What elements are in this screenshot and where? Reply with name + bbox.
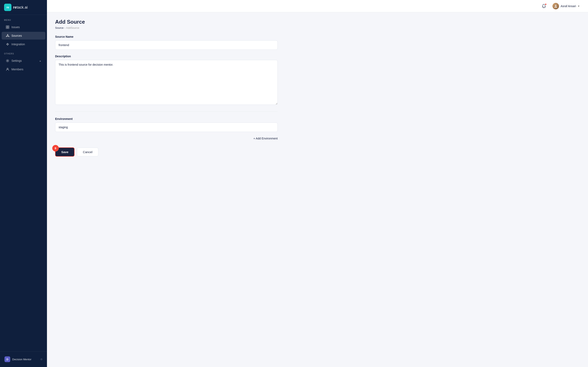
breadcrumb-separator: › [64, 26, 65, 29]
description-label: Description [55, 55, 580, 58]
sidebar-item-integration[interactable]: Integration [2, 40, 45, 48]
workspace-avatar: D [4, 356, 10, 362]
breadcrumb-current: AddSource [66, 26, 79, 29]
svg-rect-1 [8, 26, 9, 27]
breadcrumb: Source › AddSource [55, 26, 580, 29]
source-name-label: Source Name [55, 35, 580, 38]
sidebar-item-issues[interactable]: Issues [2, 23, 45, 31]
settings-icon [6, 59, 9, 63]
avatar [553, 3, 559, 9]
description-textarea[interactable]: This is frontend source for decision men… [55, 60, 278, 105]
logo-icon: re [4, 4, 11, 11]
notification-badge [545, 3, 547, 5]
svg-rect-2 [6, 27, 7, 29]
workspace-name: Decision Mentor [12, 358, 31, 361]
sidebar-item-label-issues: Issues [11, 25, 20, 29]
svg-point-14 [555, 5, 557, 6]
sidebar-item-settings[interactable]: Settings ▲ [2, 57, 45, 65]
source-name-group: Source Name [55, 35, 580, 50]
svg-rect-3 [8, 27, 9, 29]
issues-icon [6, 25, 9, 29]
description-group: Description This is frontend source for … [55, 55, 580, 106]
cancel-button[interactable]: Cancel [77, 148, 98, 156]
sidebar: re retack.ai MENU Issues [0, 0, 47, 367]
environment-label: Environment [55, 117, 580, 120]
logo-text: retack.ai [13, 5, 28, 9]
svg-line-9 [8, 36, 9, 36]
topbar: Asraf Ansari ▼ [47, 0, 588, 12]
sidebar-item-label-integration: Integration [11, 43, 25, 46]
environment-input[interactable] [55, 123, 278, 132]
user-chevron-icon: ▼ [578, 5, 580, 7]
menu-section-label: MENU [0, 15, 47, 23]
workspace-item[interactable]: D Decision Mentor ⊙ [2, 355, 44, 364]
integration-icon [6, 42, 9, 46]
workspace-expand-icon: ⊙ [40, 358, 43, 361]
others-section-label: OTHERS [0, 49, 47, 57]
user-info[interactable]: Asraf Ansari ▼ [551, 2, 581, 10]
page-title: Add Source [55, 19, 580, 25]
members-icon [6, 67, 9, 71]
content-area: Add Source Source › AddSource Source Nam… [47, 12, 588, 367]
svg-rect-0 [6, 26, 7, 27]
environment-group: Environment [55, 117, 580, 132]
sidebar-bottom: D Decision Mentor ⊙ [0, 351, 47, 367]
breadcrumb-parent[interactable]: Source [55, 26, 63, 29]
add-environment-container: + Add Environment [55, 137, 278, 140]
user-name: Asraf Ansari [561, 4, 576, 8]
sources-icon [6, 34, 9, 38]
svg-rect-11 [7, 44, 8, 45]
svg-point-4 [7, 35, 8, 36]
svg-point-12 [7, 60, 8, 61]
topbar-right: Asraf Ansari ▼ [540, 2, 581, 10]
step-badge: 6 [52, 145, 59, 151]
sidebar-item-sources[interactable]: Sources [2, 32, 45, 40]
sidebar-item-label-sources: Sources [11, 34, 22, 37]
add-environment-button[interactable]: + Add Environment [253, 137, 278, 140]
svg-line-10 [7, 36, 7, 36]
form-actions: 6 Save Cancel [55, 144, 580, 157]
save-button-wrapper: 6 Save [55, 147, 75, 157]
sidebar-item-members[interactable]: Members [2, 66, 45, 73]
notification-button[interactable] [540, 2, 548, 10]
logo-container: re retack.ai [0, 0, 47, 15]
source-name-input[interactable] [55, 40, 278, 50]
settings-chevron-icon: ▲ [39, 60, 41, 62]
main-content: Asraf Ansari ▼ Add Source Source › AddSo… [47, 0, 588, 367]
svg-point-5 [7, 34, 8, 35]
sidebar-item-label-members: Members [11, 68, 23, 71]
environment-section: Environment + Add Environment [55, 117, 580, 140]
sidebar-item-label-settings: Settings [11, 59, 22, 62]
svg-point-13 [7, 68, 8, 69]
